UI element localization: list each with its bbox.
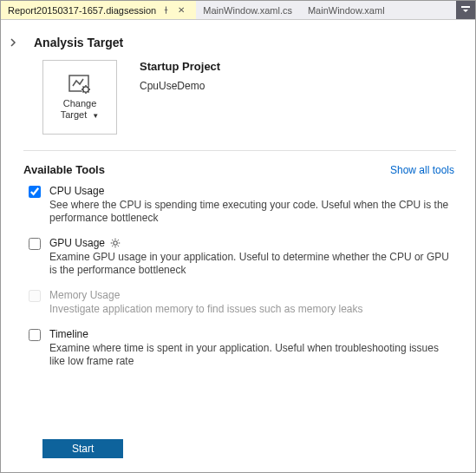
svg-line-10 xyxy=(83,91,84,92)
project-name: CpuUseDemo xyxy=(140,80,220,92)
content-area: Analysis Target Change xyxy=(1,20,475,472)
svg-line-7 xyxy=(83,86,84,87)
tool-memory-usage: Memory Usage Investigate application mem… xyxy=(29,289,453,316)
tool-cpu-usage: CPU Usage See where the CPU is spending … xyxy=(29,185,453,225)
gear-icon[interactable] xyxy=(110,238,121,248)
start-button[interactable]: Start xyxy=(42,439,123,458)
svg-line-17 xyxy=(118,246,119,246)
show-all-tools-link[interactable]: Show all tools xyxy=(390,164,454,176)
analysis-target-heading: Analysis Target xyxy=(34,36,123,49)
svg-line-8 xyxy=(88,91,89,92)
tab-label: MainWindow.xaml xyxy=(308,5,385,16)
tool-list: CPU Usage See where the CPU is spending … xyxy=(29,185,453,368)
tab-label: MainWindow.xaml.cs xyxy=(203,5,292,16)
tab-report-diagsession[interactable]: Report20150317-1657.diagsession ✕ xyxy=(1,1,196,19)
tool-cpu-title: CPU Usage xyxy=(49,185,104,197)
change-target-label-1: Change xyxy=(63,98,97,108)
change-target-button[interactable]: Change Target ▼ xyxy=(42,60,117,135)
svg-line-16 xyxy=(112,240,113,240)
tab-strip: Report20150317-1657.diagsession ✕ MainWi… xyxy=(1,1,475,20)
change-target-label-2: Target xyxy=(61,109,88,120)
svg-line-19 xyxy=(112,246,113,246)
tool-gpu-desc: Examine GPU usage in your application. U… xyxy=(49,251,453,277)
pin-icon[interactable] xyxy=(160,4,172,16)
tab-label: Report20150317-1657.diagsession xyxy=(8,5,156,16)
close-icon[interactable]: ✕ xyxy=(175,4,187,16)
document-gear-icon xyxy=(68,74,92,95)
tool-timeline: Timeline Examine where time is spent in … xyxy=(29,328,453,368)
tool-timeline-title: Timeline xyxy=(49,328,88,340)
svg-point-11 xyxy=(114,241,118,246)
tool-cpu-desc: See where the CPU is spending time execu… xyxy=(49,199,453,225)
divider xyxy=(23,150,456,151)
tool-memory-checkbox xyxy=(29,290,41,302)
dropdown-caret-icon: ▼ xyxy=(89,112,99,120)
svg-line-9 xyxy=(88,86,89,87)
tab-mainwindow-cs[interactable]: MainWindow.xaml.cs xyxy=(196,1,301,19)
expand-chevron-icon[interactable] xyxy=(10,36,18,49)
target-info: Startup Project CpuUseDemo xyxy=(140,60,220,92)
tool-gpu-title: GPU Usage xyxy=(49,237,105,249)
startup-project-heading: Startup Project xyxy=(140,60,220,73)
tool-timeline-checkbox[interactable] xyxy=(29,329,41,341)
available-tools-heading: Available Tools xyxy=(23,163,105,176)
tool-gpu-checkbox[interactable] xyxy=(29,238,41,250)
tool-cpu-checkbox[interactable] xyxy=(29,186,41,198)
tool-timeline-desc: Examine where time is spent in your appl… xyxy=(49,342,453,368)
tool-memory-title: Memory Usage xyxy=(49,289,120,301)
tool-memory-desc: Investigate application memory to find i… xyxy=(49,303,453,316)
tool-gpu-usage: GPU Usage Examine GPU xyxy=(29,237,453,277)
tab-overflow-button[interactable] xyxy=(456,1,475,19)
tab-mainwindow-xaml[interactable]: MainWindow.xaml xyxy=(301,1,394,19)
svg-line-18 xyxy=(118,240,119,240)
